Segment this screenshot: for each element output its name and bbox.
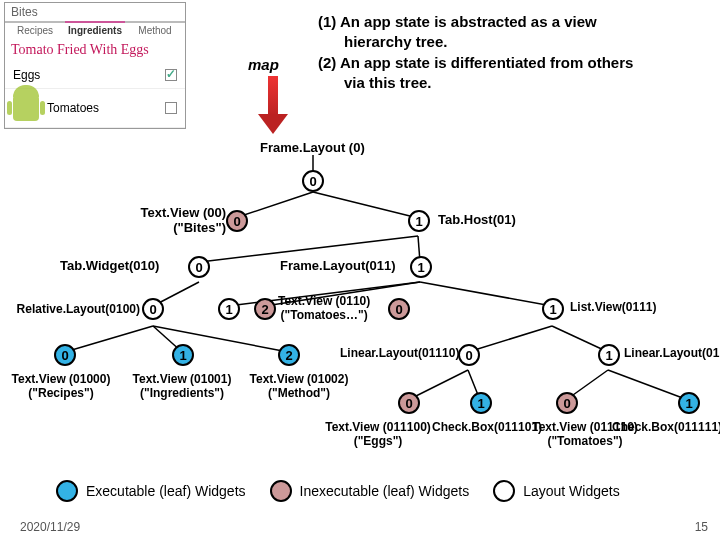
node-circle-inexec: 0 [226,210,248,232]
mockup-tabs: Recipes Ingredients Method [5,21,185,38]
node-circle: 1 [218,298,240,320]
arrowhead-icon [258,114,288,134]
note-line: (1) An app state is abstracted as a view [318,12,708,32]
node-circle-exec: 1 [172,344,194,366]
node-circle-inexec: 0 [388,298,410,320]
node-tabwidget-010: Tab.Widget(010) [60,258,159,273]
node-textview-011100: Text.View (011100) ("Eggs") [318,420,438,448]
legend-exec-icon [56,480,78,502]
description-notes: (1) An app state is abstracted as a view… [318,12,708,93]
node-circle: 1 [410,256,432,278]
legend-layout-label: Layout Widgets [523,483,620,499]
node-textview-01001: Text.View (01001) ("Ingredients") [122,372,242,400]
node-textview-01002: Text.View (01002) ("Method") [240,372,358,400]
node-circle: 1 [598,344,620,366]
node-circle-inexec: 0 [556,392,578,414]
legend-layout-icon [493,480,515,502]
node-textview-00: Text.View (00) ("Bites") [130,205,226,235]
note-line: (2) An app state is differentiated from … [318,53,708,73]
note-line: via this tree. [318,73,708,93]
node-linearlayout-011: Linear.Layout(011) [624,346,720,360]
mockup-recipe-title: Tomato Fried With Eggs [5,38,185,62]
svg-line-17 [608,370,688,400]
legend-inexec-icon [270,480,292,502]
node-circle: 0 [142,298,164,320]
footer-page: 15 [695,520,708,534]
node-circle: 0 [302,170,324,192]
mockup-tab-ingredients: Ingredients [65,21,125,38]
footer-date: 2020/11/29 [20,520,80,534]
legend-exec-label: Executable (leaf) Widgets [86,483,246,499]
legend-inexec-label: Inexecutable (leaf) Widgets [300,483,470,499]
mockup-item-label: Eggs [13,68,40,82]
svg-line-6 [65,326,153,352]
node-circle-exec: 2 [278,344,300,366]
mockup-tab-method: Method [125,21,185,38]
node-tabhost-01: Tab.Host(01) [438,212,516,227]
checkbox-icon [165,69,177,81]
node-circle-exec: 0 [54,344,76,366]
node-circle: 1 [542,298,564,320]
svg-line-1 [235,192,313,218]
node-framelayout-0: Frame.Layout (0) [260,140,365,155]
note-line: hierarchy tree. [318,32,708,52]
node-circle-inexec: 0 [398,392,420,414]
mockup-tab-recipes: Recipes [5,21,65,38]
mockup-topbar: Bites [5,3,185,21]
node-listview-0111: List.View(0111) [570,300,656,314]
map-label: map [248,56,279,73]
checkbox-icon [165,102,177,114]
node-relativelayout-0100: Relative.Layout(0100) [0,302,140,316]
android-icon [13,95,39,121]
mockup-item-tomatoes: Tomatoes [5,89,185,128]
node-circle: 0 [188,256,210,278]
node-framelayout-011: Frame.Layout(011) [280,258,396,273]
mockup-item-label: Tomatoes [47,101,99,115]
svg-line-2 [313,192,418,218]
node-circle-exec: 1 [678,392,700,414]
mockup-item-eggs: Eggs [5,62,185,89]
node-circle: 0 [458,344,480,366]
node-circle-inexec: 2 [254,298,276,320]
svg-line-11 [420,282,552,306]
node-checkbox-011111: Check.Box(011111) [612,420,720,434]
svg-line-12 [468,326,552,352]
node-circle-exec: 1 [470,392,492,414]
node-circle: 1 [408,210,430,232]
node-textview-01000: Text.View (01000) ("Recipes") [6,372,116,400]
app-mockup: Bites Recipes Ingredients Method Tomato … [4,2,186,129]
node-linearlayout-01110: Linear.Layout(01110) [340,346,456,360]
legend: Executable (leaf) Widgets Inexecutable (… [56,480,620,502]
node-textview-0110: Text.View (0110) ("Tomatoes…") [278,294,370,322]
arrow-icon [268,76,278,116]
